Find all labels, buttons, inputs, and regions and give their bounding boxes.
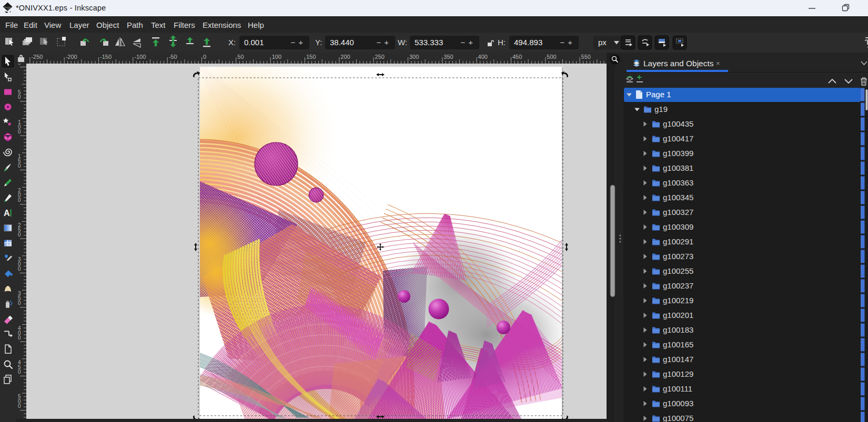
svg-text:Page 1: Page 1: [646, 90, 671, 99]
svg-text:300: 300: [409, 54, 419, 60]
svg-text:350: 350: [18, 291, 21, 306]
svg-text:g100129: g100129: [663, 369, 693, 378]
svg-text:g100237: g100237: [663, 281, 693, 290]
svg-text:A: A: [4, 209, 10, 218]
svg-text:50: 50: [237, 54, 244, 60]
svg-text:g100309: g100309: [663, 222, 693, 231]
svg-text:g100291: g100291: [663, 237, 693, 246]
svg-text:g100165: g100165: [663, 340, 693, 349]
svg-text:200: 200: [340, 54, 350, 60]
svg-text:150: 150: [18, 153, 21, 169]
svg-text:450: 450: [18, 359, 21, 375]
svg-text:250: 250: [375, 54, 385, 60]
svg-text:200: 200: [18, 188, 21, 203]
svg-text:100: 100: [18, 119, 21, 135]
svg-text:350: 350: [443, 54, 453, 60]
svg-text:0: 0: [18, 64, 21, 66]
svg-text:g100381: g100381: [663, 163, 693, 172]
svg-text:g100399: g100399: [663, 149, 693, 158]
svg-text:400: 400: [478, 54, 488, 60]
svg-text:×: ×: [716, 59, 720, 67]
svg-text:g100183: g100183: [663, 325, 693, 334]
svg-text:g100417: g100417: [663, 134, 693, 143]
svg-text:-100: -100: [134, 54, 146, 60]
svg-text:g100273: g100273: [663, 252, 693, 261]
svg-text:450: 450: [512, 54, 522, 60]
svg-text:g100147: g100147: [663, 355, 693, 364]
svg-text:100: 100: [272, 54, 281, 60]
svg-text:500: 500: [547, 54, 556, 60]
svg-text:g100201: g100201: [663, 311, 693, 320]
svg-text:-200: -200: [66, 54, 77, 60]
svg-text:250: 250: [18, 222, 21, 238]
svg-text:-150: -150: [100, 54, 112, 60]
svg-text:550: 550: [581, 54, 591, 60]
svg-text:g100075: g100075: [663, 414, 693, 422]
svg-text:400: 400: [18, 325, 21, 341]
svg-text:-50: -50: [169, 54, 177, 60]
svg-text:0: 0: [203, 54, 206, 60]
svg-text:g100219: g100219: [663, 296, 693, 305]
svg-text:50: 50: [18, 89, 21, 100]
svg-text:g100345: g100345: [663, 193, 693, 202]
svg-text:g100435: g100435: [663, 119, 693, 128]
svg-text:g100093: g100093: [663, 399, 693, 408]
svg-text:g100111: g100111: [663, 384, 692, 393]
svg-text:g19: g19: [654, 105, 668, 114]
svg-text:150: 150: [306, 54, 316, 60]
svg-text:300: 300: [18, 256, 21, 272]
svg-text:-250: -250: [31, 54, 43, 60]
svg-text:g100327: g100327: [663, 208, 693, 217]
svg-text:g100363: g100363: [663, 178, 693, 187]
svg-text:500: 500: [18, 394, 21, 409]
svg-text:g100255: g100255: [663, 266, 693, 275]
svg-text:Layers and Objects: Layers and Objects: [643, 59, 714, 68]
